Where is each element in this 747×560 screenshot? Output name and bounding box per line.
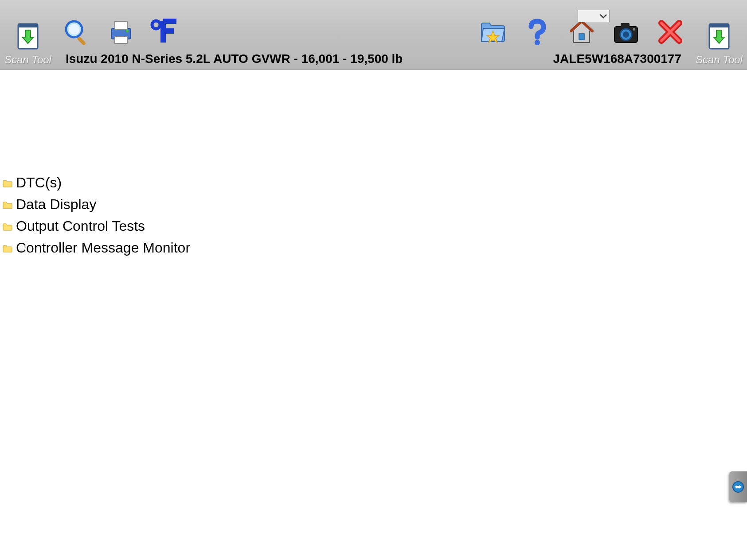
- toolbar-left: Scan Tool: [4, 21, 52, 66]
- folder-icon: [3, 218, 12, 234]
- scan-tool-right-label: Scan Tool: [696, 54, 743, 66]
- dropdown-widget[interactable]: [578, 10, 610, 22]
- folder-star-icon: [479, 18, 507, 46]
- folder-icon: [3, 175, 12, 191]
- vehicle-info-text: Isuzu 2010 N-Series 5.2L AUTO GVWR - 16,…: [66, 52, 403, 66]
- favorites-button[interactable]: [477, 16, 508, 47]
- download-arrow-icon: [14, 22, 42, 51]
- camera-icon: [612, 18, 640, 46]
- printer-icon: [107, 18, 135, 46]
- download-arrow-icon: [705, 22, 733, 51]
- chevron-down-icon: [599, 13, 607, 19]
- scan-tool-right-button[interactable]: [704, 21, 735, 52]
- svg-rect-6: [115, 21, 127, 29]
- menu-item-label: Controller Message Monitor: [16, 240, 190, 256]
- menu-item-label: DTC(s): [16, 175, 62, 191]
- svg-rect-18: [709, 24, 729, 27]
- help-button[interactable]: [522, 16, 553, 47]
- menu-item-label: Output Control Tests: [16, 218, 145, 234]
- teamviewer-icon: [732, 481, 744, 493]
- folder-icon: [3, 196, 12, 213]
- close-button[interactable]: [655, 16, 686, 47]
- menu-item-output-control[interactable]: Output Control Tests: [3, 215, 747, 237]
- toolbar: Scan Tool: [0, 0, 747, 70]
- svg-point-9: [152, 21, 160, 29]
- svg-rect-20: [737, 486, 739, 488]
- info-row: Isuzu 2010 N-Series 5.2L AUTO GVWR - 16,…: [52, 52, 695, 66]
- menu-item-dtc[interactable]: DTC(s): [3, 172, 747, 194]
- svg-rect-7: [115, 36, 127, 43]
- magnifier-icon: [63, 18, 91, 46]
- svg-point-16: [633, 28, 635, 31]
- side-tab[interactable]: [729, 471, 747, 502]
- scan-tool-left-label: Scan Tool: [4, 54, 51, 66]
- menu-item-controller-monitor[interactable]: Controller Message Monitor: [3, 237, 747, 259]
- svg-rect-4: [77, 36, 86, 46]
- svg-point-3: [69, 24, 79, 35]
- menu-item-label: Data Display: [16, 196, 96, 213]
- close-x-icon: [657, 19, 684, 45]
- menu-item-data-display[interactable]: Data Display: [3, 194, 747, 215]
- folder-icon: [3, 240, 12, 256]
- menu-area: DTC(s) Data Display Output Control Tests…: [0, 70, 747, 259]
- question-icon: [523, 18, 551, 46]
- scan-tool-left-button[interactable]: [12, 21, 43, 52]
- camera-button[interactable]: [610, 16, 641, 47]
- svg-rect-11: [579, 34, 584, 40]
- print-button[interactable]: [106, 16, 137, 47]
- svg-rect-1: [18, 24, 38, 27]
- temperature-unit-button[interactable]: [150, 16, 181, 47]
- search-button[interactable]: [61, 16, 92, 47]
- svg-rect-13: [621, 23, 630, 27]
- svg-point-10: [535, 40, 540, 45]
- svg-point-15: [623, 31, 629, 38]
- toolbar-right: Scan Tool: [695, 21, 743, 66]
- vin-text: JALE5W168A7300177: [553, 52, 681, 66]
- svg-point-8: [126, 30, 129, 32]
- fahrenheit-icon: [150, 18, 181, 46]
